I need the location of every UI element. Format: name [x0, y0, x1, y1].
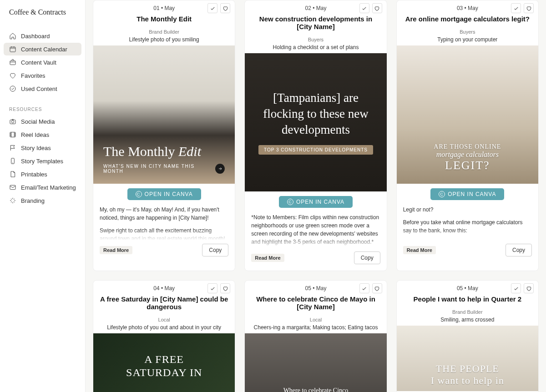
mark-used-button[interactable]	[511, 3, 521, 13]
canva-icon: C	[136, 191, 142, 197]
nav-label: Favorites	[21, 72, 45, 79]
home-icon	[9, 32, 16, 40]
card-description: Legit or not? Before you take what onlin…	[397, 200, 538, 240]
nav-main: Dashboard Content Calendar Content Vault…	[0, 30, 85, 95]
mail-icon	[9, 184, 16, 191]
card-preview-image: [Tampanians] are flocking to these new d…	[245, 53, 386, 191]
nav-label: Social Media	[21, 118, 55, 125]
read-more-button[interactable]: Read More	[100, 246, 132, 254]
card-subtitle: Typing on your computer	[403, 36, 532, 43]
card-title: The Monthly Edit	[100, 15, 228, 23]
nav-label: Printables	[21, 171, 47, 178]
mark-used-button[interactable]	[207, 283, 217, 293]
nav-reel-ideas[interactable]: Reel Ideas	[4, 128, 81, 141]
nav-used-content[interactable]: Used Content	[4, 82, 81, 95]
card-title: Where to celebrate Cinco de Mayo in [Cit…	[251, 295, 380, 311]
card-category: Local	[100, 317, 228, 322]
overlay-badge: TOP 3 CONSTRUCTION DEVELOPMENTS	[258, 145, 373, 155]
open-canva-button[interactable]: C OPEN IN CANVA	[127, 188, 201, 200]
mark-used-button[interactable]	[207, 3, 217, 13]
nav-content-vault[interactable]: Content Vault	[4, 56, 81, 69]
nav-label: Email/Text Marketing	[21, 184, 76, 191]
favorite-button[interactable]	[372, 283, 382, 293]
card-category: Local	[251, 317, 380, 322]
check-circle-icon	[9, 85, 16, 92]
nav-label: Branding	[21, 197, 45, 204]
nav-content-calendar[interactable]: Content Calendar	[4, 43, 81, 55]
nav-label: Content Vault	[21, 59, 56, 66]
nav-label: Dashboard	[21, 33, 50, 40]
nav-label: Story Templates	[21, 158, 63, 165]
camera-icon	[9, 118, 16, 125]
content-grid: 01 • May The Monthly Edit Brand Builder …	[86, 0, 546, 392]
sparkle-icon	[9, 197, 16, 204]
card-title: A free Saturday in [City Name] could be …	[100, 295, 228, 311]
card-preview-image: THE PEOPLE I want to help in	[397, 326, 538, 391]
card-description: My, oh my — it's May, oh May! And, if yo…	[93, 200, 235, 240]
card-title: New construction developments in [City N…	[251, 15, 380, 30]
content-card: 05 • May Where to celebrate Cinco de May…	[244, 280, 387, 392]
copy-button[interactable]: Copy	[202, 244, 228, 256]
nav-social-media[interactable]: Social Media	[4, 115, 81, 128]
favorite-button[interactable]	[524, 283, 534, 293]
svg-point-4	[11, 121, 14, 123]
svg-point-2	[10, 86, 15, 91]
mark-used-button[interactable]	[359, 283, 369, 293]
open-canva-button[interactable]: C OPEN IN CANVA	[430, 188, 504, 200]
nav-branding[interactable]: Branding	[4, 194, 81, 207]
read-more-button[interactable]: Read More	[403, 246, 436, 254]
card-category: Buyers	[251, 37, 380, 42]
vault-icon	[9, 59, 16, 66]
card-subtitle: Lifestyle photo of you out and about in …	[100, 324, 228, 331]
open-canva-button[interactable]: C OPEN IN CANVA	[279, 196, 353, 208]
read-more-button[interactable]: Read More	[251, 254, 284, 262]
content-card: 01 • May The Monthly Edit Brand Builder …	[93, 0, 235, 271]
content-card: 04 • May A free Saturday in [City Name] …	[93, 280, 235, 392]
card-title: People I want to help in Quarter 2	[403, 295, 532, 303]
svg-rect-0	[10, 47, 15, 52]
nav-dashboard[interactable]: Dashboard	[4, 30, 81, 42]
card-subtitle: Holding a checklist or a set of plans	[251, 44, 380, 50]
nav-label: Reel Ideas	[21, 131, 49, 138]
calendar-icon	[9, 45, 16, 53]
copy-button[interactable]: Copy	[506, 244, 532, 256]
content-card: 05 • May People I want to help in Quarte…	[396, 280, 539, 392]
heart-icon	[9, 72, 16, 79]
nav-label: Story Ideas	[21, 145, 51, 151]
phone-icon	[9, 157, 16, 165]
copy-button[interactable]: Copy	[354, 251, 380, 264]
arrow-right-icon	[215, 164, 225, 174]
favorite-button[interactable]	[220, 3, 230, 13]
card-category: Brand Builder	[403, 309, 532, 315]
svg-rect-7	[10, 185, 15, 189]
card-category: Brand Builder	[100, 29, 228, 35]
file-icon	[9, 171, 16, 178]
content-card: 03 • May Are online mortgage calculators…	[396, 0, 539, 271]
nav-story-templates[interactable]: Story Templates	[4, 155, 81, 167]
flag-icon	[9, 144, 16, 151]
nav-label: Used Content	[21, 85, 57, 92]
card-subtitle: Cheers-ing a margarita; Making tacos; Ea…	[251, 324, 380, 331]
nav-resources: RESOURCES Social Media Reel Ideas Story …	[0, 104, 85, 207]
card-preview-image: ARE THOSE ONLINE mortgage calculators LE…	[397, 45, 538, 184]
nav-printables[interactable]: Printables	[4, 168, 81, 181]
film-icon	[9, 131, 16, 138]
card-title: Are online mortgage calculators legit?	[403, 15, 532, 23]
card-preview-image: The Monthly Edit WHAT'S NEW IN CITY NAME…	[93, 45, 235, 184]
nav-favorites[interactable]: Favorites	[4, 69, 81, 82]
mark-used-button[interactable]	[359, 3, 369, 13]
favorite-button[interactable]	[372, 3, 382, 13]
mark-used-button[interactable]	[511, 283, 521, 293]
card-preview-image: Where to celebrate Cinco	[245, 333, 386, 392]
sidebar: Coffee & Contracts Dashboard Content Cal…	[0, 0, 86, 392]
card-category: Buyers	[403, 29, 532, 35]
nav-label: Content Calendar	[21, 46, 67, 53]
content-card: 02 • May New construction developments i…	[244, 0, 387, 271]
card-subtitle: Smiling, arms crossed	[403, 317, 532, 323]
nav-story-ideas[interactable]: Story Ideas	[4, 141, 81, 154]
svg-rect-1	[10, 61, 15, 65]
nav-email-marketing[interactable]: Email/Text Marketing	[4, 181, 81, 194]
favorite-button[interactable]	[220, 283, 230, 293]
favorite-button[interactable]	[524, 3, 534, 13]
canva-icon: C	[439, 191, 445, 197]
